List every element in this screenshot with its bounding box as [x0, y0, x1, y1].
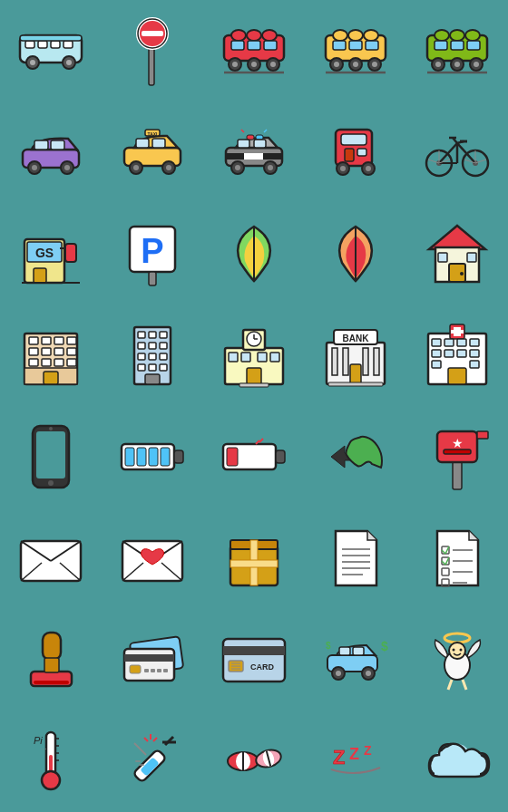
- cell-angel[interactable]: [406, 609, 508, 710]
- cell-parking[interactable]: P: [102, 203, 203, 304]
- cell-stop-sign[interactable]: [102, 0, 203, 102]
- cell-purple-car[interactable]: [0, 102, 102, 203]
- svg-line-300: [153, 738, 157, 741]
- cell-leaf-orange[interactable]: [305, 203, 406, 304]
- cell-capsule[interactable]: [203, 710, 305, 812]
- cell-syringe[interactable]: [102, 710, 203, 812]
- svg-text:★: ★: [451, 436, 463, 450]
- cell-red-train[interactable]: [203, 0, 305, 102]
- cell-hospital[interactable]: [406, 304, 508, 406]
- police-car-icon: [218, 116, 290, 188]
- svg-rect-2: [38, 41, 47, 48]
- svg-line-299: [144, 738, 148, 741]
- svg-rect-34: [366, 41, 378, 50]
- svg-rect-205: [276, 450, 285, 463]
- svg-rect-132: [29, 337, 38, 344]
- svg-rect-258: [163, 669, 168, 672]
- cell-leaf-green[interactable]: [203, 203, 305, 304]
- svg-point-16: [247, 30, 261, 41]
- svg-point-38: [353, 62, 358, 67]
- cell-city-hall[interactable]: [203, 304, 305, 406]
- leaf-green-icon: [218, 218, 290, 290]
- svg-rect-185: [457, 339, 466, 346]
- svg-text:Z: Z: [333, 746, 345, 768]
- svg-point-6: [30, 60, 35, 65]
- svg-point-277: [449, 643, 465, 659]
- svg-point-272: [366, 671, 371, 676]
- cell-red-bus[interactable]: [305, 102, 406, 203]
- svg-rect-58: [51, 140, 64, 150]
- cell-bus[interactable]: [0, 0, 102, 102]
- svg-text:$: $: [326, 641, 331, 651]
- parking-icon: P: [116, 218, 189, 290]
- cell-building2[interactable]: [102, 304, 203, 406]
- cell-house[interactable]: [406, 203, 508, 304]
- cell-document[interactable]: [305, 508, 406, 609]
- cell-phone-call[interactable]: [305, 406, 406, 508]
- svg-point-62: [64, 165, 70, 170]
- svg-rect-154: [160, 353, 167, 360]
- svg-rect-87: [341, 134, 366, 145]
- svg-point-17: [262, 30, 277, 41]
- cell-battery-full[interactable]: [102, 406, 203, 508]
- cell-green-train[interactable]: [406, 0, 508, 102]
- cell-thermometer[interactable]: Pi ...: [0, 710, 102, 812]
- cell-police-car[interactable]: [203, 102, 305, 203]
- house-icon: [421, 218, 493, 290]
- cell-zzz[interactable]: Z Z Z: [305, 710, 406, 812]
- cell-bank[interactable]: BANK: [305, 304, 406, 406]
- svg-rect-206: [227, 448, 238, 466]
- svg-rect-153: [149, 353, 156, 360]
- cell-package[interactable]: [203, 508, 305, 609]
- svg-rect-255: [144, 669, 149, 672]
- svg-rect-117: [34, 268, 46, 283]
- svg-point-71: [166, 165, 171, 170]
- svg-rect-80: [238, 140, 249, 148]
- bus-icon: [15, 14, 87, 87]
- cell-money-car[interactable]: $ $: [305, 609, 406, 710]
- svg-rect-143: [67, 359, 76, 366]
- battery-full-icon: [116, 420, 189, 493]
- cell-bicycle[interactable]: [406, 102, 508, 203]
- svg-line-208: [259, 439, 263, 442]
- svg-rect-144: [44, 372, 58, 384]
- cell-yellow-train[interactable]: [305, 0, 406, 102]
- svg-rect-168: [247, 368, 261, 384]
- svg-rect-253: [124, 654, 174, 662]
- thermometer-icon: Pi ...: [15, 725, 87, 798]
- svg-rect-247: [43, 633, 61, 660]
- package-icon: [218, 522, 290, 594]
- svg-point-279: [459, 648, 462, 651]
- angel-icon: [421, 624, 493, 696]
- cell-building1[interactable]: [0, 304, 102, 406]
- cell-card[interactable]: CARD: [203, 609, 305, 710]
- cell-checklist[interactable]: [406, 508, 508, 609]
- svg-rect-173: [332, 348, 337, 375]
- svg-rect-139: [67, 348, 76, 355]
- svg-rect-146: [138, 332, 145, 338]
- cell-smartphone[interactable]: [0, 406, 102, 508]
- svg-rect-133: [42, 337, 51, 344]
- svg-rect-176: [374, 348, 379, 375]
- svg-point-24: [251, 62, 257, 67]
- zzz-icon: Z Z Z: [319, 725, 392, 798]
- cell-gas-station[interactable]: GS: [0, 203, 102, 304]
- taxi-icon: TAXI: [116, 116, 189, 188]
- svg-point-44: [450, 30, 464, 41]
- cell-envelope[interactable]: [0, 508, 102, 609]
- svg-rect-214: [477, 431, 488, 439]
- hospital-icon: [421, 319, 493, 392]
- cell-stamp[interactable]: [0, 609, 102, 710]
- cell-love-letter[interactable]: [102, 508, 203, 609]
- cell-battery-low[interactable]: [203, 406, 305, 508]
- svg-point-22: [232, 62, 238, 67]
- svg-rect-192: [470, 361, 479, 368]
- credit-cards-icon: [116, 624, 189, 696]
- svg-rect-33: [349, 41, 362, 50]
- cell-credit-cards[interactable]: [102, 609, 203, 710]
- svg-rect-20: [264, 41, 277, 50]
- cell-mailbox[interactable]: ★: [406, 406, 508, 508]
- cell-taxi[interactable]: TAXI: [102, 102, 203, 203]
- svg-rect-9: [20, 35, 82, 41]
- cell-cloud[interactable]: [406, 710, 508, 812]
